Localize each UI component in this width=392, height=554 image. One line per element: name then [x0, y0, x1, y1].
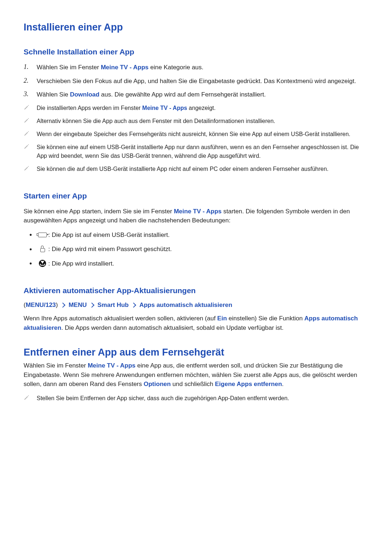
step-number: 3. [24, 90, 37, 98]
inline-link: Meine TV - Apps [101, 64, 149, 71]
nav-part: Apps automatisch aktualisieren [139, 301, 232, 308]
bullet-icon: • [24, 231, 37, 238]
nav-part: MENU [69, 301, 87, 308]
step-text: Wählen Sie Download aus. Die gewählte Ap… [37, 90, 368, 99]
note-text: Sie können eine auf einem USB-Gerät inst… [37, 143, 368, 160]
bullet-icon: • [24, 260, 37, 267]
text: Sie können eine App starten, indem Sie s… [24, 208, 174, 215]
note-icon [24, 143, 37, 149]
text: Wenn Ihre Apps automatisch aktualisiert … [24, 315, 217, 322]
note-icon [24, 165, 37, 171]
lock-icon [37, 246, 48, 252]
text: . Die Apps werden dann automatisch aktua… [61, 324, 283, 331]
item-text: : Die App wird installiert. [48, 259, 368, 268]
heading-install-app: Installieren einer App [24, 22, 368, 33]
inline-link: Ein [217, 315, 227, 322]
note-text: Sie können die auf dem USB-Gerät install… [37, 165, 368, 173]
heading-start-app: Starten einer App [24, 192, 368, 200]
start-app-icons-list: • : Die App ist auf einem USB-Gerät inst… [24, 230, 368, 268]
chevron-right-icon [131, 303, 136, 308]
start-app-intro: Sie können eine App starten, indem Sie s… [24, 207, 368, 225]
text: . [282, 381, 284, 387]
note-text: Wenn der eingebaute Speicher des Fernseh… [37, 130, 368, 139]
note-text: Die installierten Apps werden im Fenster… [37, 104, 368, 112]
note-text: Alternativ können Sie die App auch aus d… [37, 117, 368, 126]
item-text: : Die App wird mit einem Passwort geschü… [48, 245, 368, 254]
note-row: Sie können eine auf einem USB-Gerät inst… [24, 143, 368, 160]
remove-app-notes: Stellen Sie beim Entfernen der App siche… [24, 394, 368, 403]
heading-quick-install: Schnelle Installation einer App [24, 48, 368, 56]
inline-link: Meine TV - Apps [88, 362, 136, 369]
note-row: Sie können die auf dem USB-Gerät install… [24, 165, 368, 173]
nav-part: MENU/123 [26, 301, 56, 308]
text: Verschieben Sie den Fokus auf die App, u… [37, 78, 356, 85]
note-icon [24, 117, 37, 123]
step-2: 2. Verschieben Sie den Fokus auf die App… [24, 77, 368, 86]
list-item: • : Die App wird mit einem Passwort gesc… [24, 245, 368, 254]
heading-remove-app: Entfernen einer App aus dem Fernsehgerät [24, 347, 368, 358]
inline-link: Optionen [144, 381, 171, 387]
text: aus. Die gewählte App wird auf dem Ferns… [99, 91, 266, 98]
note-row: Wenn der eingebaute Speicher des Fernseh… [24, 130, 368, 139]
inline-link: Meine TV - Apps [142, 105, 187, 111]
text: eine Kategorie aus. [148, 64, 203, 71]
note-row: Stellen Sie beim Entfernen der App siche… [24, 394, 368, 403]
pen-icon [24, 395, 29, 401]
text: Wählen Sie im Fenster [37, 64, 101, 71]
chevron-right-icon [89, 303, 94, 308]
document-page: Installieren einer App Schnelle Installa… [0, 0, 392, 422]
pen-icon [24, 131, 29, 136]
inline-link: Eigene Apps entfernen [215, 381, 282, 387]
auto-update-body: Wenn Ihre Apps automatisch aktualisiert … [24, 314, 368, 332]
text: angezeigt. [187, 105, 216, 111]
pen-icon [24, 165, 29, 171]
step-number: 2. [24, 77, 37, 85]
pen-icon [24, 144, 29, 149]
note-row: Die installierten Apps werden im Fenster… [24, 104, 368, 112]
inline-link: Download [70, 91, 99, 98]
quick-install-steps: 1. Wählen Sie im Fenster Meine TV - Apps… [24, 63, 368, 99]
chevron-right-icon [60, 303, 65, 308]
pen-icon [24, 118, 29, 123]
nav-part: Smart Hub [97, 301, 128, 308]
note-text: Stellen Sie beim Entfernen der App siche… [37, 394, 368, 403]
note-row: Alternativ können Sie die App auch aus d… [24, 117, 368, 126]
list-item: • : Die App wird installiert. [24, 259, 368, 268]
bullet-icon: • [24, 246, 37, 253]
step-1: 1. Wählen Sie im Fenster Meine TV - Apps… [24, 63, 368, 72]
heading-auto-update: Aktivieren automatischer App-Aktualisier… [24, 286, 368, 295]
usb-icon [37, 233, 48, 237]
note-icon [24, 394, 37, 401]
item-text: : Die App ist auf einem USB-Gerät instal… [48, 230, 368, 240]
step-text: Wählen Sie im Fenster Meine TV - Apps ei… [37, 63, 368, 72]
text: Wählen Sie [37, 91, 70, 98]
remove-app-body: Wählen Sie im Fenster Meine TV - Apps ei… [24, 361, 368, 389]
inline-link: Meine TV - Apps [174, 208, 222, 215]
text: und schließlich [171, 381, 215, 387]
download-icon [37, 260, 48, 267]
pen-icon [24, 104, 29, 110]
step-text: Verschieben Sie den Fokus auf die App, u… [37, 77, 368, 86]
paren-close: ) [56, 301, 58, 308]
note-icon [24, 130, 37, 136]
note-icon [24, 104, 37, 110]
quick-install-notes: Die installierten Apps werden im Fenster… [24, 104, 368, 173]
text: einstellen) Sie die Funktion [227, 315, 305, 322]
menu-navigation-path: (MENU/123) MENU Smart Hub Apps automatis… [24, 301, 368, 309]
list-item: • : Die App ist auf einem USB-Gerät inst… [24, 230, 368, 240]
step-3: 3. Wählen Sie Download aus. Die gewählte… [24, 90, 368, 99]
text: Wählen Sie im Fenster [24, 362, 88, 369]
step-number: 1. [24, 63, 37, 71]
text: Die installierten Apps werden im Fenster [37, 105, 142, 111]
